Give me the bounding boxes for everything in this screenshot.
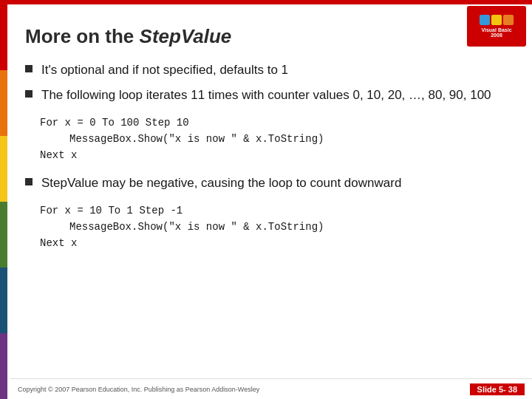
bottom-bar: Copyright © 2007 Pearson Education, Inc.… <box>10 378 532 399</box>
code-line-2-1: For x = 10 To 1 Step -1 <box>40 202 513 219</box>
bullet-list-2: StepValue may be negative, causing the l… <box>25 174 513 192</box>
bullet-icon <box>25 90 33 98</box>
bullet-text-2: The following loop iterates 11 times wit… <box>41 86 491 104</box>
code-line-1-2: MessageBox.Show("x is now " & x.ToString… <box>40 131 513 147</box>
bar-purple <box>0 333 7 399</box>
slide-number: Slide 5- 38 <box>470 383 525 395</box>
title-plain: More on the <box>25 25 140 47</box>
bar-orange <box>0 70 7 136</box>
code-block-2: For x = 10 To 1 Step -1 MessageBox.Show(… <box>40 202 513 252</box>
copyright-text: Copyright © 2007 Pearson Education, Inc.… <box>18 386 259 393</box>
bullet-text-3: StepValue may be negative, causing the l… <box>41 174 401 192</box>
code-line-1-1: For x = 0 To 100 Step 10 <box>40 115 513 131</box>
bar-green <box>0 202 7 267</box>
bullet-list: It's optional and if not specified, defa… <box>25 61 513 104</box>
bar-red <box>0 4 7 70</box>
list-item: The following loop iterates 11 times wit… <box>25 86 513 104</box>
main-content: More on the StepValue It's optional and … <box>10 4 528 377</box>
title-italic: StepValue <box>140 25 232 47</box>
bar-blue <box>0 267 7 333</box>
bullet-icon <box>25 65 33 72</box>
left-bars <box>0 4 7 399</box>
bullet-icon <box>25 178 33 185</box>
bar-yellow <box>0 136 7 202</box>
bullet-text-1: It's optional and if not specified, defa… <box>41 61 288 79</box>
code-line-2-3: Next x <box>40 235 513 251</box>
slide-title: More on the StepValue <box>25 25 513 48</box>
code-block-1: For x = 0 To 100 Step 10 MessageBox.Show… <box>40 115 513 164</box>
slide: Visual Basic 2008 More on the StepValue … <box>0 0 532 399</box>
list-item: It's optional and if not specified, defa… <box>25 61 513 79</box>
code-line-1-3: Next x <box>40 147 513 163</box>
list-item: StepValue may be negative, causing the l… <box>25 174 513 192</box>
code-line-2-2: MessageBox.Show("x is now " & x.ToString… <box>40 219 513 235</box>
